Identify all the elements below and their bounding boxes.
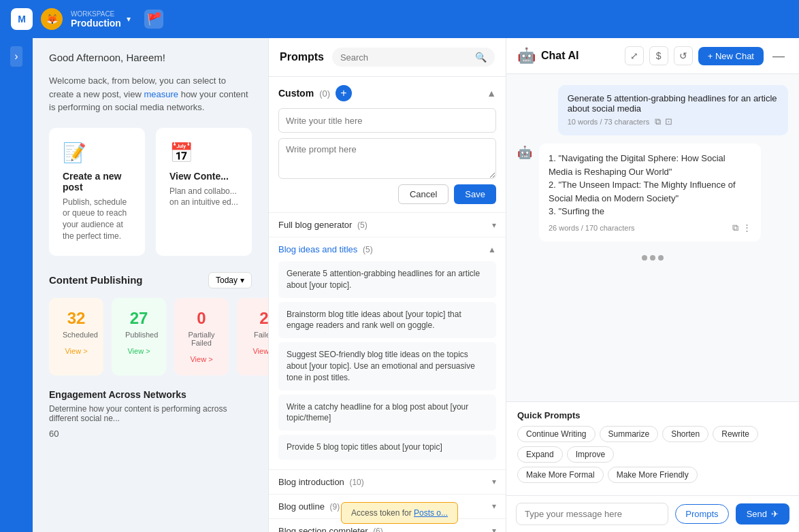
prompt-item[interactable]: Write a catchy headline for a blog post … xyxy=(278,395,496,431)
category-blog-ideas: Blog ideas and titles (5) ▲ Generate 5 a… xyxy=(269,237,506,469)
history-icon[interactable]: ↺ xyxy=(674,46,693,65)
quick-prompt-summarize[interactable]: Summarize xyxy=(600,426,659,442)
prompts-panel: Prompts 🔍 Custom (0) + ▲ xyxy=(268,38,506,532)
stat-scheduled-number: 32 xyxy=(63,309,90,328)
bot-message: 🤖 1. "Navigating the Digital Sphere: How… xyxy=(517,144,761,242)
expand-icon[interactable]: ⤢ xyxy=(625,46,644,65)
category-blog-ideas-header[interactable]: Blog ideas and titles (5) ▲ xyxy=(278,237,496,261)
minimize-icon[interactable]: — xyxy=(769,46,788,65)
create-post-icon: 📝 xyxy=(63,142,131,164)
send-button[interactable]: Send ✈ xyxy=(736,503,789,525)
typing-dot-2 xyxy=(650,255,655,261)
chat-input-row: Prompts Send ✈ xyxy=(506,495,799,532)
prompt-item[interactable]: Brainstorm blog title ideas about [your … xyxy=(278,302,496,339)
chevron-up-icon: ▲ xyxy=(488,245,496,254)
content-publishing-title: Content Publishing xyxy=(49,274,142,286)
welcome-text: Welcome back, from below, you can select… xyxy=(49,74,252,114)
category-full-blog-title: Full blog generator (5) xyxy=(278,220,368,230)
prompt-title-input[interactable] xyxy=(278,108,496,133)
bot-bubble: 1. "Navigating the Digital Sphere: How S… xyxy=(539,144,761,242)
view-content-card[interactable]: 📅 View Conte... Plan and collabo... on a… xyxy=(156,128,252,256)
dollar-icon[interactable]: $ xyxy=(649,46,668,65)
collapse-custom-icon[interactable]: ▲ xyxy=(487,88,496,99)
user-message-word-count: 10 words / 73 characters xyxy=(568,118,649,126)
dashboard: Good Afternoon, Hareem! Welcome back, fr… xyxy=(33,38,268,532)
category-blog-intro-header[interactable]: Blog introduction (10) ▾ xyxy=(278,470,496,494)
category-blog-ideas-title: Blog ideas and titles (5) xyxy=(278,244,373,254)
greeting-text: Good Afternoon, Hareem! xyxy=(49,52,252,63)
bot-message-text: 1. "Navigating the Digital Sphere: How S… xyxy=(549,152,751,218)
copy-icon[interactable]: ⧉ xyxy=(732,222,738,233)
send-icon: ✈ xyxy=(771,509,779,519)
avatar[interactable]: 🦊 xyxy=(41,8,63,30)
category-blog-outline-title: Blog outline (9) xyxy=(278,501,340,512)
quick-prompt-expand[interactable]: Expand xyxy=(517,446,563,463)
stat-scheduled-link[interactable]: View > xyxy=(65,347,87,355)
create-post-card[interactable]: 📝 Create a new post Publish, schedule or… xyxy=(49,128,145,256)
save-icon[interactable]: ⊡ xyxy=(665,116,672,127)
new-chat-button[interactable]: + New Chat xyxy=(698,47,764,65)
user-message-actions: ⧉ ⊡ xyxy=(655,116,672,127)
category-blog-intro-title: Blog introduction (10) xyxy=(278,477,364,487)
quick-prompts-section: Quick Prompts Continue Writing Summarize… xyxy=(506,401,799,495)
chat-bot-icon: 🤖 xyxy=(517,47,536,65)
create-post-desc: Publish, schedule or queue to reach your… xyxy=(63,197,131,242)
quick-prompt-continue-writing[interactable]: Continue Writing xyxy=(517,426,596,442)
chat-title: Chat AI xyxy=(541,50,578,62)
stat-partial-failed-label: Partially Failed xyxy=(188,331,215,347)
quick-prompt-improve[interactable]: Improve xyxy=(567,446,614,463)
prompts-header: Prompts 🔍 xyxy=(269,38,506,77)
sidebar-toggle-icon[interactable]: › xyxy=(10,46,22,67)
category-blog-intro: Blog introduction (10) ▾ xyxy=(269,469,506,494)
stat-failed: 2 Failed View > xyxy=(237,298,268,376)
view-content-desc: Plan and collabo... on an intuitive ed..… xyxy=(169,186,238,209)
stat-partial-failed-link[interactable]: View > xyxy=(190,355,212,363)
date-filter[interactable]: Today ▾ xyxy=(208,272,252,288)
quick-prompt-make-friendly[interactable]: Make More Friendly xyxy=(608,467,698,483)
app-logo[interactable]: M xyxy=(11,8,33,30)
stat-published-link[interactable]: View > xyxy=(127,347,150,355)
notifications-icon[interactable]: 🚩 xyxy=(144,10,163,29)
chat-input[interactable] xyxy=(516,503,668,525)
quick-prompt-shorten[interactable]: Shorten xyxy=(662,426,708,442)
workspace-name: Production xyxy=(71,18,121,29)
add-custom-prompt-button[interactable]: + xyxy=(336,85,352,101)
quick-prompts-row-2: Make More Formal Make More Friendly xyxy=(517,467,788,483)
cancel-button[interactable]: Cancel xyxy=(398,184,449,204)
chat-header-actions: ⤢ $ ↺ + New Chat — xyxy=(625,46,788,65)
search-input[interactable] xyxy=(340,52,471,63)
prompt-item[interactable]: Generate 5 attention-grabbing headlines … xyxy=(278,261,496,298)
custom-label: Custom xyxy=(278,88,314,99)
prompt-item[interactable]: Provide 5 blog topic titles about [your … xyxy=(278,435,496,460)
form-actions: Cancel Save xyxy=(278,184,496,204)
prompts-chip-button[interactable]: Prompts xyxy=(675,504,728,524)
stat-partial-failed-number: 0 xyxy=(188,309,215,328)
stat-failed-link[interactable]: View > xyxy=(252,347,268,355)
quick-prompt-rewrite[interactable]: Rewrite xyxy=(713,426,758,442)
view-content-icon: 📅 xyxy=(169,142,238,164)
engagement-title: Engagement Across Networks xyxy=(49,389,252,400)
custom-header: Custom (0) + ▲ xyxy=(278,85,496,101)
typing-dot-1 xyxy=(642,255,647,261)
chevron-down-icon[interactable]: ▾ xyxy=(127,14,131,24)
workspace-selector[interactable]: WORKSPACE Production ▾ xyxy=(71,10,131,29)
quick-prompt-make-formal[interactable]: Make More Formal xyxy=(517,467,604,483)
chevron-down-icon: ▾ xyxy=(240,276,244,285)
prompt-item[interactable]: Suggest SEO-friendly blog title ideas on… xyxy=(278,342,496,390)
stat-failed-label: Failed xyxy=(250,331,268,339)
save-button[interactable]: Save xyxy=(454,184,496,204)
prompts-body: Custom (0) + ▲ Cancel Save xyxy=(269,77,506,532)
more-options-icon[interactable]: ⋮ xyxy=(743,222,751,233)
quick-prompts-title: Quick Prompts xyxy=(517,410,788,420)
prompt-body-input[interactable] xyxy=(278,138,496,179)
chat-messages: Generate 5 attention-grabbing headlines … xyxy=(506,74,799,401)
copy-icon[interactable]: ⧉ xyxy=(655,116,661,127)
bot-message-meta: 26 words / 170 characters ⧉ ⋮ xyxy=(549,222,751,233)
typing-dot-3 xyxy=(658,255,664,261)
content-publishing-header: Content Publishing Today ▾ xyxy=(49,272,252,288)
category-full-blog-header[interactable]: Full blog generator (5) ▾ xyxy=(278,213,496,237)
user-message: Generate 5 attention-grabbing headlines … xyxy=(558,85,788,135)
chat-title-row: 🤖 Chat AI xyxy=(517,47,578,65)
user-message-text: Generate 5 attention-grabbing headlines … xyxy=(568,93,779,114)
search-bar[interactable]: 🔍 xyxy=(332,48,495,67)
